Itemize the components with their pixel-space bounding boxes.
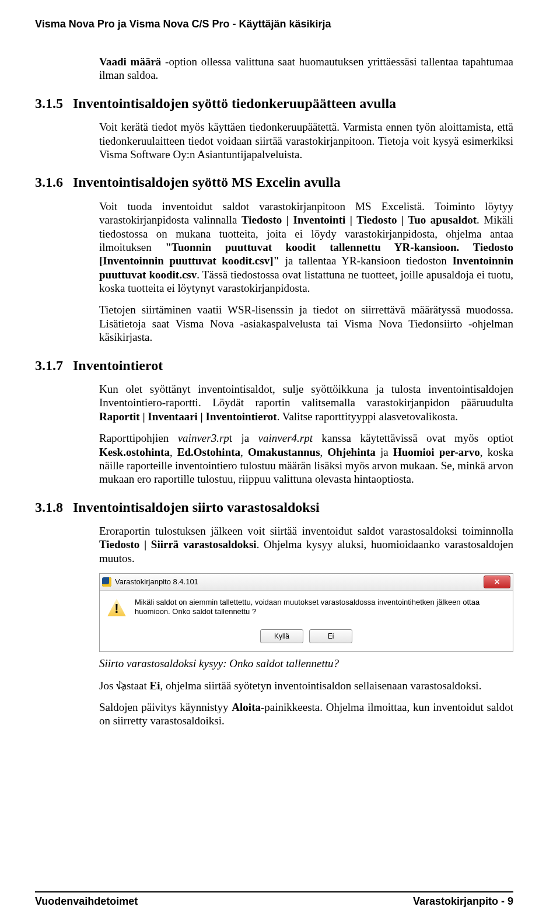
body-text: Jos vastaat Ei, ohjelma siirtää syötetyn…: [99, 679, 513, 692]
dialog-title: Varastokirjanpito 8.4.101: [115, 577, 198, 587]
dialog-message: Mikäli saldot on aiemmin tallettettu, vo…: [135, 598, 506, 618]
body-text: Saldojen päivitys käynnistyy Aloita-pain…: [99, 700, 513, 728]
heading-316: 3.1.6 Inventointisaldojen syöttö MS Exce…: [35, 174, 513, 191]
figure-caption: Siirto varastosaldoksi kysyy: Onko saldo…: [99, 657, 513, 670]
heading-315: 3.1.5 Inventointisaldojen syöttö tiedonk…: [35, 95, 513, 113]
no-button[interactable]: Ei: [309, 629, 352, 643]
body-text: Raporttipohjien vainver3.rpt ja vainver4…: [99, 431, 513, 486]
close-button[interactable]: ✕: [484, 576, 510, 588]
body-text: Vaadi määrä -option ollessa valittuna sa…: [99, 55, 513, 82]
body-text: Tietojen siirtäminen vaatii WSR-lisenssi…: [99, 303, 513, 344]
body-text: Voit kerätä tiedot myös käyttäen tiedonk…: [99, 120, 513, 161]
footer-left: Vuodenvaihdetoimet: [35, 895, 138, 908]
page-footer: Vuodenvaihdetoimet Varastokirjanpito - 9: [0, 891, 560, 908]
option-name: Vaadi määrä: [99, 55, 161, 68]
app-icon: [102, 577, 111, 587]
body-text: Voit tuoda inventoidut saldot varastokir…: [99, 200, 513, 295]
dialog-window: Varastokirjanpito 8.4.101 ✕ Mikäli saldo…: [99, 573, 513, 652]
body-text: Eroraportin tulostuksen jälkeen voit sii…: [99, 524, 513, 565]
warning-icon: [107, 598, 127, 618]
heading-318: 3.1.8 Inventointisaldojen siirto varasto…: [35, 499, 513, 517]
heading-317: 3.1.7 Inventointierot: [35, 357, 513, 375]
footer-right: Varastokirjanpito - 9: [413, 895, 513, 908]
dialog-titlebar: Varastokirjanpito 8.4.101 ✕: [100, 574, 513, 591]
page-header: Visma Nova Pro ja Visma Nova C/S Pro - K…: [35, 18, 513, 30]
yes-button[interactable]: Kyllä: [260, 629, 303, 643]
close-icon: ✕: [494, 578, 500, 587]
body-text: Kun olet syöttänyt inventointisaldot, su…: [99, 382, 513, 423]
